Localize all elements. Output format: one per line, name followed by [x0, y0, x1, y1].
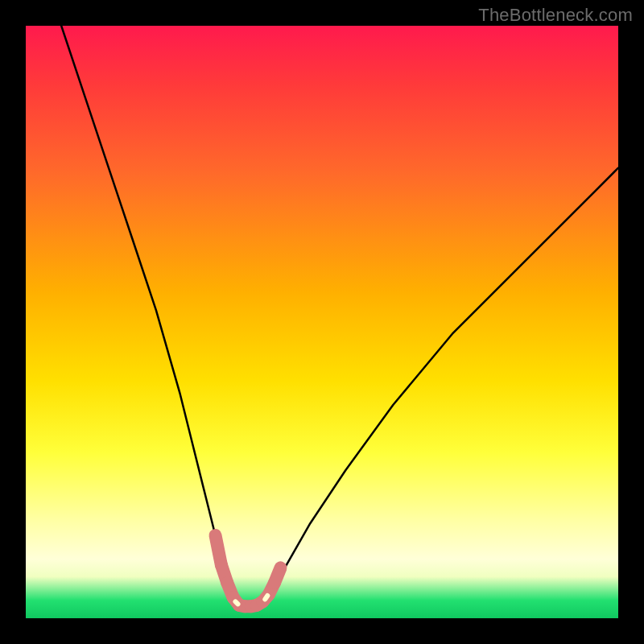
chart-svg: [26, 26, 618, 618]
watermark-text: TheBottleneck.com: [478, 5, 633, 26]
marker-gap: [265, 596, 267, 599]
bottleneck-curve: [61, 26, 618, 606]
marker-gap: [236, 601, 238, 604]
marker-segment: [275, 568, 280, 582]
chart-frame: TheBottleneck.com: [0, 0, 644, 644]
curve-line: [61, 26, 618, 606]
chart-plot-area: [26, 26, 618, 618]
highlight-markers: [216, 535, 281, 606]
